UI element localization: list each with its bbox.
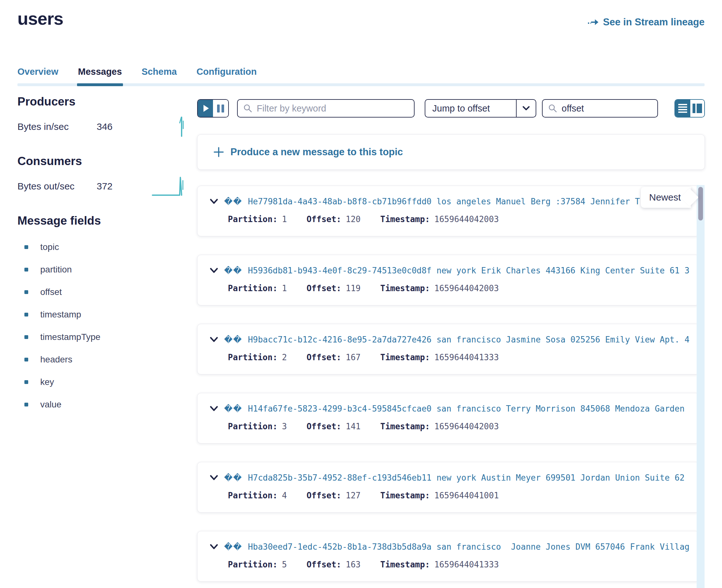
message-value-preview: Hba30eed7-1edc-452b-8b1a-738d3b5d8a9a sa… (248, 542, 690, 551)
expand-chevron-icon[interactable] (209, 336, 219, 343)
message-row[interactable]: �� H7cda825b-35b7-4952-88ef-c193d546eb11… (197, 462, 700, 512)
metric-value: 372 (97, 181, 112, 192)
field-item-key[interactable]: key (17, 371, 189, 393)
field-item-offset[interactable]: offset (17, 281, 189, 303)
message-row[interactable]: �� H5936db81-b943-4e0f-8c29-74513e0c0d8f… (197, 255, 700, 306)
list-view-icon (678, 104, 687, 113)
partition-value: 1 (282, 214, 287, 224)
field-item-topic[interactable]: topic (17, 236, 189, 258)
timestamp-label: Timestamp: (380, 353, 430, 362)
produce-message-button[interactable]: Produce a new message to this topic (197, 134, 705, 170)
offset-label: Offset: (307, 353, 342, 362)
message-meta: Partition:1 Offset:119 Timestamp:1659644… (228, 284, 690, 293)
unknown-char-glyphs: �� (224, 266, 242, 275)
square-bullet-icon (24, 358, 28, 361)
play-icon (204, 105, 209, 112)
pause-icon (222, 105, 224, 112)
offset-search-field[interactable] (542, 99, 658, 118)
search-icon (548, 104, 557, 113)
timestamp-value: 1659644041333 (434, 560, 499, 569)
chevron-down-icon (522, 106, 530, 111)
bytes-out-sparkline (152, 174, 189, 198)
message-row[interactable]: �� H14fa67fe-5823-4299-b3c4-595845cfcae0… (197, 393, 700, 443)
jump-to-offset-select[interactable]: Jump to offset (425, 99, 536, 118)
pause-button[interactable] (213, 100, 228, 117)
tab-messages[interactable]: Messages (78, 66, 122, 86)
partition-value: 3 (282, 422, 287, 431)
messages-panel: Jump to offset (197, 99, 705, 582)
offset-value: 167 (346, 353, 361, 362)
offset-label: Offset: (307, 214, 342, 224)
partition-label: Partition: (228, 422, 277, 431)
message-row[interactable]: �� H9bacc71c-b12c-4216-8e95-2a7da727e426… (197, 324, 700, 375)
play-button[interactable] (198, 100, 213, 117)
offset-label: Offset: (307, 560, 342, 569)
field-item-headers[interactable]: headers (17, 348, 189, 371)
offset-label: Offset: (307, 491, 342, 500)
timestamp-value: 1659644042003 (434, 214, 499, 224)
square-bullet-icon (24, 268, 28, 272)
messages-toolbar: Jump to offset (197, 99, 705, 118)
timestamp-value: 1659644042003 (434, 284, 499, 293)
play-pause-toggle[interactable] (197, 99, 229, 118)
search-icon (243, 104, 252, 113)
timestamp-value: 1659644041333 (434, 353, 499, 362)
partition-value: 2 (282, 353, 287, 362)
square-bullet-icon (24, 313, 28, 316)
timestamp-label: Timestamp: (380, 214, 430, 224)
metric-label: Bytes in/sec (17, 121, 97, 132)
message-value-preview: He77981da-4a43-48ab-b8f8-cb71b96ffdd0 lo… (248, 197, 670, 206)
offset-value: 141 (346, 422, 361, 431)
timestamp-label: Timestamp: (380, 422, 430, 431)
square-bullet-icon (24, 403, 28, 406)
keyword-filter-input[interactable] (257, 103, 408, 114)
unknown-char-glyphs: �� (224, 473, 242, 483)
newest-tooltip: Newest (641, 187, 691, 208)
message-value-preview: H7cda825b-35b7-4952-88ef-c193d546eb11 ne… (248, 473, 690, 483)
unknown-char-glyphs: �� (224, 404, 242, 414)
topic-messages-page: users See in Stream lineage Overview Mes… (0, 0, 722, 588)
plus-icon (213, 147, 224, 158)
scrollbar[interactable] (697, 185, 705, 588)
produce-button-label: Produce a new message to this topic (230, 146, 403, 158)
square-bullet-icon (24, 245, 28, 249)
split-view-icon (693, 104, 702, 113)
message-meta: Partition:5 Offset:163 Timestamp:1659644… (228, 560, 690, 569)
stream-lineage-link[interactable]: See in Stream lineage (587, 17, 705, 28)
list-view-button[interactable] (675, 100, 690, 117)
field-item-timestamp[interactable]: timestamp (17, 303, 189, 326)
square-bullet-icon (24, 335, 28, 339)
view-mode-toggle[interactable] (675, 99, 705, 118)
expand-chevron-icon[interactable] (209, 267, 219, 274)
unknown-char-glyphs: �� (224, 197, 242, 206)
select-caret-section[interactable] (516, 100, 536, 117)
field-item-partition[interactable]: partition (17, 258, 189, 281)
offset-label: Offset: (307, 284, 342, 293)
newest-tooltip-label: Newest (649, 192, 681, 203)
scrollbar-thumb[interactable] (698, 187, 703, 220)
offset-value: 127 (346, 491, 361, 500)
expand-chevron-icon[interactable] (209, 198, 219, 205)
expand-chevron-icon[interactable] (209, 405, 219, 412)
offset-value: 119 (346, 284, 361, 293)
offset-search-input[interactable] (562, 103, 652, 114)
partition-label: Partition: (228, 214, 277, 224)
expand-chevron-icon[interactable] (209, 475, 219, 481)
field-item-value[interactable]: value (17, 393, 189, 416)
message-row[interactable]: �� Hba30eed7-1edc-452b-8b1a-738d3b5d8a9a… (197, 531, 700, 582)
message-fields-list: topic partition offset timestamp timesta… (17, 236, 189, 416)
unknown-char-glyphs: �� (224, 542, 242, 551)
field-item-timestampType[interactable]: timestampType (17, 326, 189, 348)
pause-icon (217, 105, 220, 112)
timestamp-value: 1659644041001 (434, 491, 499, 500)
expand-chevron-icon[interactable] (209, 544, 219, 550)
message-meta: Partition:4 Offset:127 Timestamp:1659644… (228, 491, 690, 500)
unknown-char-glyphs: �� (224, 335, 242, 344)
message-value-preview: H5936db81-b943-4e0f-8c29-74513e0c0d8f ne… (248, 266, 690, 275)
metrics-sidebar: Producers Bytes in/sec 346 Consumers Byt… (17, 95, 189, 416)
page-title: users (17, 8, 63, 29)
keyword-filter-field[interactable] (237, 99, 415, 118)
message-row[interactable]: �� He77981da-4a43-48ab-b8f8-cb71b96ffdd0… (197, 186, 700, 236)
split-view-button[interactable] (690, 100, 704, 117)
message-list: �� He77981da-4a43-48ab-b8f8-cb71b96ffdd0… (197, 186, 700, 582)
